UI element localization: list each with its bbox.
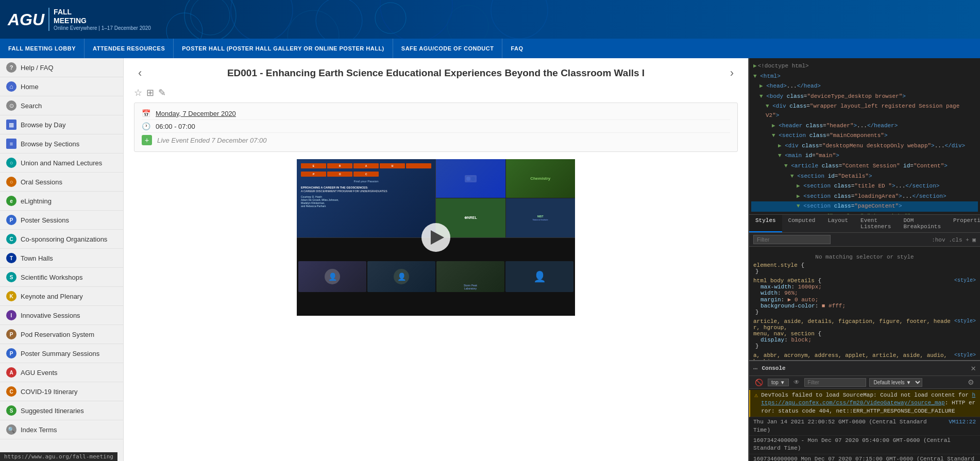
search-icon: ⊙: [6, 100, 16, 111]
properties-tab[interactable]: Properties: [947, 215, 980, 232]
play-button[interactable]: [421, 223, 450, 252]
sidebar-item-label: eLightning: [21, 197, 52, 205]
top-context-button[interactable]: top ▼: [768, 379, 789, 386]
dt-line[interactable]: ▼ <div class="wrapper layout_left regist…: [751, 101, 978, 121]
pod-icon: P: [6, 329, 16, 339]
calendar-icon: ▦: [6, 119, 16, 130]
no-match-text: No matching selector or style: [753, 250, 976, 262]
eye-button[interactable]: 👁: [792, 378, 801, 386]
sidebar-item-oral-sessions[interactable]: ○ Oral Sessions: [0, 173, 123, 192]
sidebar-item-keynote[interactable]: K Keynote and Plenary: [0, 287, 123, 306]
index-icon: 🔍: [6, 424, 16, 435]
source-map-link[interactable]: https://agu.confex.com/css/fm20/VideoGat…: [761, 392, 975, 406]
console-filter-input[interactable]: [804, 378, 866, 387]
clear-console-button[interactable]: 🚫: [753, 378, 765, 387]
nav-item-safe[interactable]: SAFE AGU/CODE OF CONDUCT: [393, 39, 503, 58]
favorite-icon[interactable]: ☆: [134, 87, 142, 98]
sidebar-item-town-halls[interactable]: T Town Halls: [0, 249, 123, 268]
town-icon: T: [6, 253, 16, 263]
dom-breakpoints-tab[interactable]: DOM Breakpoints: [897, 215, 947, 232]
add-calendar-button[interactable]: +: [142, 135, 152, 145]
oral-icon: ○: [6, 177, 16, 187]
sidebar-item-pod[interactable]: P Pod Reservation System: [0, 325, 123, 344]
nav-item-attendee[interactable]: ATTENDEE RESOURCES: [85, 39, 174, 58]
dt-line[interactable]: ▶ <!doctype html>: [751, 61, 978, 72]
three-dots-icon[interactable]: ⋯: [753, 364, 757, 373]
header-decoration: [159, 0, 980, 39]
sidebar-item-label: Keynote and Plenary: [21, 293, 83, 300]
sidebar-item-poster-sessions[interactable]: P Poster Sessions: [0, 211, 123, 230]
styles-filter-input[interactable]: [753, 235, 831, 244]
sidebar-item-label: Search: [21, 102, 42, 110]
nav-item-poster[interactable]: POSTER HALL (POSTER HALL GALLERY OR ONLI…: [174, 39, 393, 58]
svg-point-5: [447, 5, 488, 39]
dt-line[interactable]: ▶ <section class="loadingArea">...</sect…: [751, 192, 978, 202]
sidebar-item-itineraries[interactable]: S Suggested Itineraries: [0, 401, 123, 420]
console-close-icon[interactable]: ✕: [971, 363, 976, 373]
styles-tab[interactable]: Styles: [749, 215, 782, 232]
event-listeners-tab[interactable]: Event Listeners: [854, 215, 897, 232]
add-icon[interactable]: ⊞: [146, 87, 154, 98]
edit-icon[interactable]: ✎: [158, 87, 166, 98]
dt-line[interactable]: ▼ <html>: [751, 72, 978, 82]
dt-line[interactable]: ▼ <main id="main">: [751, 151, 978, 161]
play-triangle: [431, 230, 444, 245]
console-info-text2: 1607342400000 - Mon Dec 07 2020 05:40:00…: [753, 437, 976, 453]
styles-selector: html body #Details {: [753, 278, 821, 284]
sidebar-item-agu-events[interactable]: A AGU Events: [0, 363, 123, 382]
nav-item-lobby[interactable]: FALL MEETING LOBBY: [0, 39, 85, 58]
sidebar-item-label: Index Terms: [21, 426, 57, 434]
nav-bar: FALL MEETING LOBBY ATTENDEE RESOURCES PO…: [0, 39, 980, 58]
sidebar-item-union-lectures[interactable]: ○ Union and Named Lectures: [0, 153, 123, 173]
agu-icon: A: [6, 367, 16, 378]
dt-line[interactable]: ▼ <article class="Content Session" id="C…: [751, 161, 978, 172]
computed-tab[interactable]: Computed: [782, 215, 822, 232]
styles-filter-bar: :hov .cls + ▣: [749, 233, 980, 247]
devtools-panel: ▶ <!doctype html> ▼ <html> ▶ <head>...</…: [748, 58, 980, 461]
console-settings-icon[interactable]: ⚙: [966, 378, 976, 387]
dt-line[interactable]: ▶ <section class="title ED ">...</sectio…: [751, 181, 978, 192]
sidebar-item-help[interactable]: ? Help / FAQ: [0, 58, 123, 77]
console-level-select[interactable]: Default levels ▼: [869, 378, 922, 387]
sidebar-item-home[interactable]: ⌂ Home: [0, 77, 123, 96]
dt-line[interactable]: ▶ <div class="desktopMenu desktopOnly we…: [751, 141, 978, 151]
console-loc-link-1[interactable]: VM112:22: [949, 418, 976, 434]
agu-logo[interactable]: AGU FALL MEETING Online Everywhere | 1–1…: [0, 0, 159, 39]
sidebar: ? Help / FAQ ⌂ Home ⊙ Search ▦ Browse by…: [0, 58, 124, 461]
styles-section-details: html body #Details { <style> max-width: …: [753, 278, 976, 315]
sidebar-item-label: Pod Reservation System: [21, 331, 94, 338]
dt-line[interactable]: ▼ <section class="mainComponents">: [751, 131, 978, 141]
sidebar-item-co-sponsoring[interactable]: C Co-sponsoring Organizations: [0, 230, 123, 249]
sidebar-item-browse-sections[interactable]: ≡ Browse by Sections: [0, 134, 123, 153]
svg-point-0: [184, 0, 236, 39]
help-icon: ?: [6, 62, 16, 73]
live-ended-row: + Live Event Ended 7 December 07:00: [142, 133, 730, 147]
sidebar-item-index[interactable]: 🔍 Index Terms: [0, 420, 123, 439]
dt-line[interactable]: ▶ <head>...</head>: [751, 81, 978, 92]
sidebar-item-label: Scientific Workshops: [21, 274, 82, 281]
sidebar-item-browse-day[interactable]: ▦ Browse by Day: [0, 115, 123, 134]
sidebar-item-innovative[interactable]: I Innovative Sessions: [0, 306, 123, 325]
layout-tab[interactable]: Layout: [821, 215, 854, 232]
meeting-line1: FALL: [54, 8, 151, 16]
dt-line[interactable]: ▼ <body class="deviceType_desktop browse…: [751, 92, 978, 102]
styles-content: No matching selector or style element.st…: [749, 247, 980, 360]
dt-line[interactable]: ▼ <section id="Details">: [751, 172, 978, 182]
nav-item-faq[interactable]: FAQ: [502, 39, 531, 58]
svg-point-8: [288, 10, 339, 39]
dt-line[interactable]: ▼ <section class="pageContent">: [751, 201, 978, 212]
sidebar-item-elightning[interactable]: e eLightning: [0, 192, 123, 211]
dt-line[interactable]: ▶ <header class="header">...</header>: [751, 121, 978, 131]
video-container[interactable]: E R A H P O C Find your Passion EPRO: [297, 159, 575, 316]
sidebar-item-poster-summary[interactable]: P Poster Summary Sessions: [0, 344, 123, 363]
union-icon: ○: [6, 158, 16, 168]
main-content: ‹ ED001 - Enhancing Earth Science Educat…: [124, 58, 748, 461]
prev-session-button[interactable]: ‹: [134, 64, 146, 82]
meeting-line2: MEETING: [54, 16, 151, 25]
sidebar-item-scientific[interactable]: S Scientific Workshops: [0, 268, 123, 287]
next-session-button[interactable]: ›: [726, 64, 738, 82]
sidebar-item-label: Poster Summary Sessions: [21, 350, 99, 357]
console-info-text3: 1607346000000 Mon Dec 07 2020 07:15:00 G…: [753, 455, 976, 461]
sidebar-item-covid[interactable]: C COVID-19 Itinerary: [0, 382, 123, 401]
sidebar-item-search[interactable]: ⊙ Search: [0, 96, 123, 115]
